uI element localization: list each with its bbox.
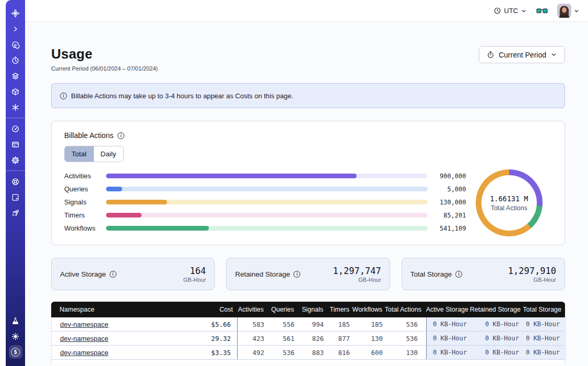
- table-cell: 883: [299, 346, 328, 359]
- bar-fill: [106, 174, 357, 178]
- usage-gauge-icon[interactable]: [6, 121, 25, 136]
- bar-fill: [106, 187, 122, 191]
- donut-total-label: Total Actions: [491, 204, 527, 212]
- bar-track: [106, 187, 428, 191]
- table-cell: 185: [354, 317, 387, 331]
- bar-fill: [106, 200, 167, 204]
- namespace-link[interactable]: dev-namespace: [60, 349, 109, 357]
- col-signals: Signals: [298, 302, 327, 317]
- table-cell: 816: [328, 346, 354, 359]
- info-icon: i: [60, 93, 67, 99]
- expand-chevron-icon[interactable]: [6, 21, 25, 37]
- credits-dollar-icon[interactable]: $: [6, 344, 25, 360]
- namespaces-swirl-icon[interactable]: [6, 37, 25, 52]
- info-icon[interactable]: i: [117, 132, 124, 139]
- storage-card-label: Retained Storage: [235, 270, 290, 278]
- stopwatch-icon: [487, 51, 495, 59]
- namespace-link[interactable]: dev-namespace: [60, 321, 109, 328]
- retained-storage-card: Retained Storage i 1,297,747 GB-Hour: [226, 258, 390, 290]
- table-cell: 600: [354, 346, 387, 359]
- timezone-selector[interactable]: UTC: [493, 7, 527, 15]
- namespace-cell: dev-namespace: [52, 331, 184, 345]
- storage-card-value: 164: [183, 266, 206, 276]
- page-header: Usage Current Period (06/01/2024 – 07/01…: [51, 46, 565, 72]
- donut-center: 1.66131 M Total Actions: [476, 169, 543, 236]
- temporal-logo-icon[interactable]: [6, 5, 25, 21]
- clock-icon: [493, 7, 501, 15]
- col-retained-storage: Retained Storage: [473, 302, 525, 317]
- billable-bars: Activities900,000Queries5,000Signals130,…: [64, 169, 466, 236]
- table-cell: 0 KB-Hour: [473, 317, 525, 331]
- table-cell: 423: [238, 331, 268, 345]
- info-icon[interactable]: i: [110, 271, 116, 278]
- namespace-usage-table: Namespace Cost Activities Queries Signal…: [51, 302, 565, 364]
- billing-card-icon[interactable]: [6, 136, 25, 152]
- storage-card-value: 1,297,747: [333, 266, 381, 276]
- bar-label: Signals: [64, 198, 100, 206]
- billable-actions-card: Billable Actions i Total Daily Activitie…: [51, 121, 565, 245]
- table-cell: 0 KB-Hour: [473, 331, 525, 345]
- table-cell: 826: [299, 331, 328, 345]
- topbar: UTC: [25, 0, 588, 22]
- table-row-partial: [51, 360, 565, 364]
- table-cell: 130: [387, 346, 426, 359]
- chevron-down-icon: [521, 8, 527, 14]
- info-icon[interactable]: i: [455, 271, 462, 278]
- layers-icon[interactable]: [6, 68, 25, 84]
- cube-icon[interactable]: [6, 84, 25, 99]
- col-activities: Activities: [237, 302, 268, 317]
- bar-value: 85,201: [434, 212, 466, 219]
- table-cell: 536: [268, 346, 299, 359]
- bar-fill: [106, 226, 209, 231]
- col-total-storage: Total Storage: [525, 302, 566, 317]
- theme-sun-icon[interactable]: [6, 328, 25, 344]
- table-cell: 536: [387, 317, 426, 331]
- bar-fill: [106, 213, 142, 218]
- table-header: Namespace Cost Activities Queries Signal…: [51, 302, 565, 317]
- bar-row: Signals130,000: [64, 196, 466, 209]
- active-storage-card: Active Storage i 164 GB-Hour: [51, 258, 215, 290]
- table-cell: $3.35: [184, 346, 238, 359]
- bar-label: Timers: [64, 211, 100, 219]
- bar-track: [106, 174, 428, 178]
- storage-card-unit: GB-Hour: [183, 277, 206, 283]
- col-total-actions: Total Actions: [386, 302, 426, 317]
- sidebar: $: [6, 0, 25, 366]
- glasses-icon[interactable]: [536, 7, 548, 15]
- bar-label: Activities: [64, 172, 100, 180]
- nexus-asterisk-icon[interactable]: [6, 99, 25, 115]
- table-cell: 877: [328, 331, 354, 345]
- page-subtitle: Current Period (06/01/2024 – 07/01/2024): [51, 65, 565, 72]
- docs-book-icon[interactable]: [6, 189, 25, 205]
- main-content: Usage Current Period (06/01/2024 – 07/01…: [25, 22, 588, 366]
- table-cell: $5.66: [184, 317, 238, 331]
- banner-text: Billable Actions may take up to 3-4 hour…: [71, 92, 293, 100]
- bar-label: Workflows: [64, 224, 100, 232]
- sidebar-divider: [6, 170, 25, 171]
- labs-flask-icon[interactable]: [6, 313, 25, 328]
- info-icon[interactable]: i: [293, 271, 300, 278]
- support-lifebuoy-icon[interactable]: [6, 174, 25, 189]
- storage-card-label: Total Storage: [410, 270, 452, 278]
- col-active-storage: Active Storage: [426, 302, 473, 317]
- chevron-down-icon: [573, 8, 580, 14]
- sidebar-divider: [6, 118, 25, 118]
- bar-value: 541,109: [434, 225, 466, 232]
- getting-started-rocket-icon[interactable]: [6, 205, 25, 221]
- user-menu[interactable]: [557, 4, 580, 18]
- storage-summary-row: Active Storage i 164 GB-Hour Retained St…: [51, 258, 565, 290]
- bar-row: Activities900,000: [64, 169, 466, 182]
- table-cell: 0 KB-Hour: [525, 331, 566, 345]
- total-storage-card: Total Storage i 1,297,910 GB-Hour: [402, 258, 565, 290]
- namespace-cell: dev-namespace: [52, 346, 184, 359]
- period-selector-button[interactable]: Current Period: [479, 46, 565, 63]
- tab-total[interactable]: Total: [65, 146, 93, 162]
- namespace-link[interactable]: dev-namespace: [60, 335, 109, 342]
- settings-gear-icon[interactable]: [6, 152, 25, 168]
- avatar: [557, 4, 571, 18]
- table-cell: 130: [354, 331, 387, 345]
- tab-daily[interactable]: Daily: [93, 146, 123, 162]
- table-cell: 0 KB-Hour: [525, 346, 566, 359]
- schedules-timer-icon[interactable]: [6, 52, 25, 68]
- table-body: dev-namespace$5.665835569941851855360 KB…: [51, 317, 565, 360]
